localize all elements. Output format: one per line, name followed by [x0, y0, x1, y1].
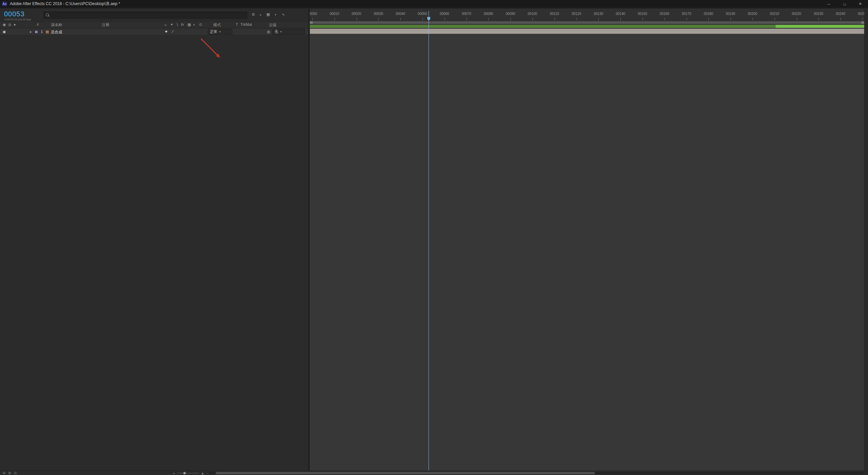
layer-number-header: # [37, 22, 39, 27]
timeline-panel: 渲染队列 ▦ 合成1 ▦ 好奇 ▦ 学习 ▦ 总合成 00053 0:00:02… [0, 0, 868, 185]
playhead[interactable] [429, 11, 429, 471]
inout-panes-toggle-icon[interactable]: ⊡ [14, 471, 17, 475]
collapse-switch-icon[interactable]: ✦ [170, 22, 173, 27]
maximize-button[interactable]: □ [837, 0, 852, 8]
blend-mode-dropdown[interactable]: 正常 ▾ [208, 29, 232, 35]
timeline-vertical-scrollbar[interactable] [864, 9, 868, 471]
zoom-out-mountain-icon[interactable]: ▲ [173, 472, 175, 474]
timeline-toggle-icons: ⊟ ⊞ ⊡ [0, 471, 17, 475]
frame-blend-switch-icon[interactable]: ▦ [187, 22, 191, 27]
3d-switch-icon[interactable]: ⊙ [199, 22, 202, 27]
collapse-toggle-icon[interactable]: ⁄ [173, 30, 173, 34]
timecode-info: 0:00:02:03 (25.00 fps) [4, 18, 31, 21]
layer-list-area: 00053 0:00:02:03 (25.00 fps) ⧉ ◒ ▦ ◐ ∿ ◉… [0, 9, 308, 471]
parent-header[interactable]: 父级 [269, 22, 276, 28]
parent-dropdown[interactable]: 无 ▾ [272, 29, 305, 35]
timeline-track-area[interactable]: 00000 00010 00020 00030 00040 [310, 9, 864, 471]
timeline-search-input[interactable] [52, 13, 245, 17]
frame-blend-master-icon[interactable]: ▦ [267, 12, 270, 17]
mini-flowchart-icon[interactable]: ⧉ [252, 12, 255, 17]
render-cache-bar [310, 25, 864, 28]
window-controls: ─ □ ✕ [821, 0, 868, 8]
shy-master-icon[interactable]: ◒ [259, 12, 262, 17]
search-icon [46, 13, 50, 17]
app-logo-icon: Ae [2, 1, 7, 6]
comment-header[interactable]: 注释 [102, 22, 109, 28]
timeline-horizontal-scrollbar[interactable] [209, 472, 863, 474]
app: { "colors":{"accent":"#45b4e8","timecode… [0, 0, 868, 475]
shy-switch-icon[interactable]: ◒ [164, 22, 167, 27]
trkmat-header: TrkMat [240, 22, 252, 27]
solo-column-icon[interactable]: ● [14, 22, 16, 27]
time-ruler[interactable]: 00000 00010 00020 00030 00040 [310, 9, 864, 20]
zoom-slider-track[interactable] [177, 473, 199, 473]
timeline-bottom-bar: ⊟ ⊞ ⊡ ▲ ▲ [0, 471, 868, 475]
parent-pickwhip-icon[interactable]: ◎ [267, 30, 270, 34]
layer-column-headers: ◉ ◎ ● # 源名称 注释 ◒ ✦ ∖ fx ▦ ◐ ⊙ 模式 T TrkMa… [0, 21, 308, 28]
comp-layer-icon: ▦ [46, 30, 49, 34]
timeline-zoom-control: ▲ ▲ [173, 471, 204, 475]
timeline-master-switches: ⧉ ◒ ▦ ◐ ∿ [252, 12, 285, 17]
title-bar: Ae Adobe After Effects CC 2018 - C:\User… [0, 0, 868, 8]
layer-visibility-icon[interactable]: ◉ [3, 30, 6, 34]
trkmat-t-header: T [236, 22, 238, 27]
layer-color-chip[interactable] [35, 30, 38, 34]
minimize-button[interactable]: ─ [821, 0, 837, 8]
timeline-content: 00053 0:00:02:03 (25.00 fps) ⧉ ◒ ▦ ◐ ∿ ◉… [0, 9, 868, 475]
current-time-display[interactable]: 00053 [4, 10, 25, 18]
window-title: Adobe After Effects CC 2018 - C:\Users\P… [10, 1, 120, 7]
layer-duration-bar[interactable] [310, 29, 864, 34]
fx-switch-icon[interactable]: fx [181, 22, 184, 27]
layer-row[interactable]: ◉ ▸ 1 ▦ 总合成 ◆ ⁄ 正常 ▾ ◎ 无 ▾ [0, 29, 308, 35]
annotation-arrow [197, 36, 231, 63]
layer-number: 1 [41, 30, 43, 34]
zoom-slider-thumb[interactable] [183, 472, 186, 474]
close-button[interactable]: ✕ [852, 0, 868, 8]
layer-switches-toggle-icon[interactable]: ⊟ [3, 471, 5, 475]
zoom-in-mountain-icon[interactable]: ▲ [201, 471, 204, 475]
quality-toggle-icon[interactable]: ◆ [165, 30, 167, 33]
graph-editor-icon[interactable]: ∿ [282, 12, 285, 17]
quality-switch-icon[interactable]: ∖ [176, 22, 178, 27]
motion-blur-master-icon[interactable]: ◐ [275, 12, 277, 17]
mode-header[interactable]: 模式 [213, 22, 221, 28]
twirl-icon[interactable]: ▸ [30, 30, 32, 34]
motion-blur-switch-icon[interactable]: ◐ [193, 22, 196, 27]
work-area-bar[interactable] [310, 21, 864, 24]
source-name-header[interactable]: 源名称 [51, 22, 62, 28]
transfer-controls-toggle-icon[interactable]: ⊞ [8, 471, 11, 475]
scrollbar-thumb[interactable] [216, 472, 595, 474]
timeline-search-box[interactable] [43, 12, 247, 19]
layer-name[interactable]: 总合成 [51, 30, 62, 35]
video-column-icon[interactable]: ◉ [3, 22, 6, 27]
audio-column-icon[interactable]: ◎ [8, 22, 12, 27]
